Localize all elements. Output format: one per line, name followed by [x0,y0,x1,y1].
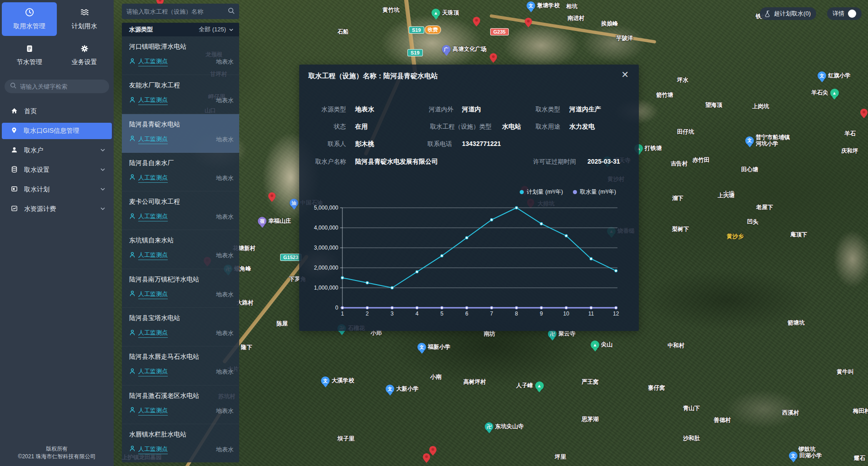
peak-pin[interactable]: 人子嶂▲ [516,381,544,390]
sidebar-item-取水计划[interactable]: 取水计划 [2,181,112,198]
water-source-type: 地表水 [216,368,234,376]
hotel-pin-glyph: 宿 [260,218,265,225]
station-list-item[interactable]: 陆河县水唇走马石水电站人工监测点地表水 [122,346,239,385]
school-pin[interactable]: 文大新小学 [386,385,419,393]
school-pin[interactable]: 文田湖小学 [789,451,822,460]
school-pin[interactable]: 文墩塘学校 [527,1,560,10]
sidebar-search[interactable] [5,80,109,93]
poi-label: 尖山 [601,341,612,349]
school-pin[interactable]: 文 [417,343,426,351]
search-icon[interactable] [228,7,235,16]
station-list-item[interactable]: 水唇镇水栏肚水电站人工监测点地表水 [122,424,239,462]
peak-pin-glyph: ▲ [537,383,542,388]
station-list-item[interactable]: 麦卡公司取水工程人工监测点地表水 [122,191,239,230]
station-list-item[interactable]: 陆河县宝塔水电站人工监测点地表水 [122,308,239,346]
app-tile-计划用水[interactable]: 计划用水 [57,2,112,36]
filter-dropdown[interactable]: 全部 (125) [199,25,234,34]
legend-item[interactable]: 计划量 (m³/年) [520,188,563,196]
school-pin[interactable]: 文大溪学校 [321,376,354,385]
sidebar-item-水资源计费[interactable]: 水资源计费 [2,201,112,217]
peak-pin[interactable]: ▲尖山 [591,341,612,349]
monitor-type-link[interactable]: 人工监测点 [138,329,168,338]
station-list-item[interactable]: 陆河县青碇水电站人工监测点地表水 [122,114,239,153]
plaza-pin[interactable]: 广高塘文化广场 [442,45,487,54]
detail-toggle[interactable]: 详情 [827,7,862,20]
gas-station-pin[interactable]: 油 [290,199,298,207]
monitor-type-link[interactable]: 人工监测点 [138,57,168,66]
app-tile-取用水管理[interactable]: 取用水管理 [2,2,57,36]
svg-text:5,000,000: 5,000,000 [314,205,339,211]
station-marker-pin[interactable] [473,17,480,26]
sidebar-item-首页[interactable]: 首页 [2,103,112,120]
map-label: 南进村 [567,15,585,22]
svg-text:1: 1 [341,311,344,317]
monitor-type-link[interactable]: 人工监测点 [138,96,168,105]
place-name: 上大塘 [717,192,735,200]
app-root: 黄竹坑▲天珠顶文墩塘学校相坑南进村挨娘峰芋陂洋铁灶石船S19收费G235S19广… [0,0,868,466]
station-list-item[interactable]: 友能水厂取水工程人工监测点地表水 [122,75,239,114]
person-icon [129,251,135,260]
sidebar-search-input[interactable] [20,83,104,90]
monitor-type-link[interactable]: 人工监测点 [138,367,168,376]
station-marker-pin[interactable] [423,453,430,463]
station-marker-pin[interactable] [525,18,532,27]
sidebar-item-取水户[interactable]: 取水户 [2,142,112,159]
close-icon[interactable]: ✕ [621,70,629,79]
place-name: 吉告村 [671,160,688,168]
over-plan-button[interactable]: 超计划取水(0) [760,7,816,20]
badge-text: G1523 [280,254,301,261]
school-pin[interactable]: 文 [386,385,394,393]
monitor-type-link[interactable]: 人工监测点 [138,290,168,299]
monitor-type-link[interactable]: 人工监测点 [138,251,168,260]
school-pin[interactable]: 文 [789,451,798,460]
peak-pin[interactable]: ▲ [431,9,440,17]
monitor-type-link[interactable]: 人工监测点 [138,174,168,183]
peak-pin[interactable]: ▲ [591,341,599,349]
monitor-type-link[interactable]: 人工监测点 [138,445,168,454]
legend-item[interactable]: 取水量 (m³/年) [573,188,616,196]
peak-pin[interactable]: ▲天珠顶 [431,9,459,17]
map-label: 溜下 [672,195,683,202]
station-marker-pin[interactable] [490,53,497,63]
school-pin[interactable]: 文 [818,71,826,80]
plaza-pin[interactable]: 广 [442,45,451,54]
school-pin[interactable]: 文普宁市船埔镇河坑小学 [745,134,790,147]
station-list-item[interactable]: 河口镇唱歌潭水电站人工监测点地表水 [122,36,239,75]
temple-pin[interactable]: 卍 [485,422,493,431]
station-list-item[interactable]: 陆河县激石溪老区水电站人工监测点地表水 [122,386,239,424]
monitor-type-link[interactable]: 人工监测点 [138,406,168,416]
monitor-type-link[interactable]: 人工监测点 [138,212,168,221]
hotel-pin[interactable]: 宿 [258,217,266,225]
toggle-knob[interactable] [848,10,856,18]
map-label: 坪水 [677,76,688,84]
station-marker-pin[interactable] [429,446,437,456]
hotel-pin[interactable]: 宿幸福山庄 [258,217,291,225]
school-pin[interactable]: 文 [745,136,754,145]
map-label: 望海顶 [705,101,722,109]
sidebar-item-取水设置[interactable]: 取水设置 [2,162,112,178]
station-list-item[interactable]: 陆河县自来水厂人工监测点地表水 [122,153,239,191]
school-pin[interactable]: 文 [321,376,330,385]
station-list: 河口镇唱歌潭水电站人工监测点地表水友能水厂取水工程人工监测点地表水陆河县青碇水电… [122,36,239,462]
peak-pin[interactable]: 羊石尖▲ [811,89,839,97]
school-pin[interactable]: 文 [527,1,535,10]
monitor-type-link[interactable]: 人工监测点 [138,135,168,144]
station-search[interactable] [122,4,239,19]
peak-pin[interactable]: ▲ [830,89,839,97]
station-list-item[interactable]: 陆河县南万镇杞洋水电站人工监测点地表水 [122,269,239,308]
app-tile-业务设置[interactable]: 业务设置 [57,39,112,72]
badge-text: S19 [409,26,424,34]
app-tile-节水管理[interactable]: 节水管理 [2,39,57,72]
station-search-input[interactable] [126,8,228,15]
school-pin[interactable]: 文红旗小学 [818,71,851,80]
station-marker-pin[interactable] [268,192,276,202]
station-marker-pin[interactable] [860,109,868,118]
temple-pin[interactable]: 卍东坑尖山寺 [485,422,524,431]
school-pin[interactable]: 文福新小学 [417,343,451,351]
sidebar-item-取水口GIS信息管理[interactable]: 取水口GIS信息管理 [2,123,112,139]
peak-pin[interactable]: ▲ [535,381,544,390]
school-pin-glyph: 文 [388,386,392,392]
map-label: 田仔坑 [677,128,694,136]
station-list-item[interactable]: 东坑镇自来水站人工监测点地表水 [122,230,239,269]
school-pin-glyph: 文 [820,73,824,79]
